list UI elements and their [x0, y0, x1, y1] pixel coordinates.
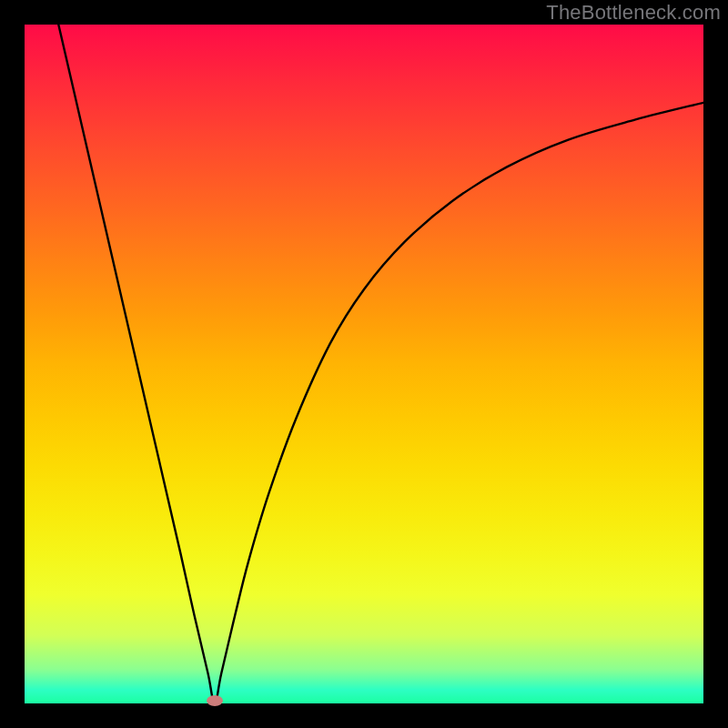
chart-frame: TheBottleneck.com — [0, 0, 728, 728]
plot-area — [25, 25, 703, 703]
bottleneck-curve — [25, 25, 703, 703]
watermark-text: TheBottleneck.com — [546, 1, 721, 25]
minimum-marker — [207, 695, 223, 706]
